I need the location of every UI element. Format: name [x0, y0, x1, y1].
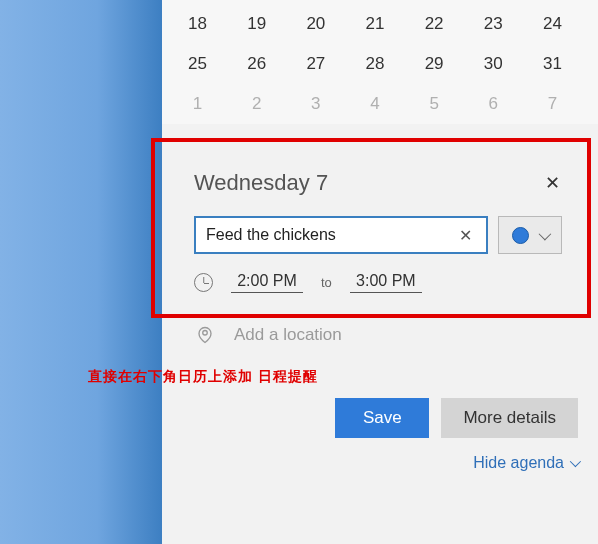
calendar-day-next-month[interactable]: 5 — [409, 94, 459, 114]
calendar-day-next-month[interactable]: 4 — [350, 94, 400, 114]
calendar-day-next-month[interactable]: 6 — [468, 94, 518, 114]
location-placeholder[interactable]: Add a location — [234, 325, 342, 345]
calendar-day[interactable]: 22 — [409, 14, 459, 34]
calendar-day-next-month[interactable]: 7 — [527, 94, 577, 114]
calendar-day-next-month[interactable]: 2 — [232, 94, 282, 114]
calendar-day[interactable]: 21 — [350, 14, 400, 34]
new-event-popup: Wednesday 7 ✕ ✕ 2:00 PM to 3:00 PM Add a… — [170, 152, 586, 355]
svg-point-0 — [203, 331, 208, 336]
button-row: Save More details — [335, 398, 578, 438]
calendar-day[interactable]: 28 — [350, 54, 400, 74]
calendar-day[interactable]: 26 — [232, 54, 282, 74]
popup-date-title: Wednesday 7 — [194, 170, 328, 196]
calendar-day[interactable]: 24 — [527, 14, 577, 34]
calendar-day[interactable]: 18 — [173, 14, 223, 34]
clear-input-icon[interactable]: ✕ — [453, 226, 478, 245]
clock-icon — [194, 273, 213, 292]
calendar-row: 18 19 20 21 22 23 24 — [162, 4, 598, 44]
calendar-day[interactable]: 23 — [468, 14, 518, 34]
start-time-picker[interactable]: 2:00 PM — [231, 272, 303, 293]
save-button[interactable]: Save — [335, 398, 429, 438]
calendar-day[interactable]: 31 — [527, 54, 577, 74]
event-name-field-wrap[interactable]: ✕ — [194, 216, 488, 254]
annotation-text: 直接在右下角日历上添加 日程提醒 — [88, 368, 318, 386]
hide-agenda-label: Hide agenda — [473, 454, 564, 472]
event-name-input[interactable] — [206, 226, 453, 244]
time-row: 2:00 PM to 3:00 PM — [194, 272, 562, 293]
location-icon — [196, 326, 214, 344]
color-dot-icon — [512, 227, 529, 244]
calendar-day[interactable]: 25 — [173, 54, 223, 74]
calendar-color-picker[interactable] — [498, 216, 562, 254]
calendar-row: 1 2 3 4 5 6 7 — [162, 84, 598, 124]
calendar-day[interactable]: 19 — [232, 14, 282, 34]
more-details-button[interactable]: More details — [441, 398, 578, 438]
close-icon[interactable]: ✕ — [542, 172, 562, 194]
calendar-day[interactable]: 20 — [291, 14, 341, 34]
calendar-row: 25 26 27 28 29 30 31 — [162, 44, 598, 84]
calendar-day[interactable]: 29 — [409, 54, 459, 74]
chevron-down-icon — [539, 227, 552, 240]
os-accent-band — [0, 0, 162, 544]
calendar-day[interactable]: 27 — [291, 54, 341, 74]
calendar-day-next-month[interactable]: 1 — [173, 94, 223, 114]
calendar-day[interactable]: 30 — [468, 54, 518, 74]
calendar-day-next-month[interactable]: 3 — [291, 94, 341, 114]
calendar-grid: 18 19 20 21 22 23 24 25 26 27 28 29 30 3… — [162, 0, 598, 124]
to-label: to — [321, 275, 332, 290]
chevron-down-icon — [570, 456, 581, 467]
hide-agenda-link[interactable]: Hide agenda — [473, 454, 578, 472]
location-row[interactable]: Add a location — [194, 319, 562, 345]
end-time-picker[interactable]: 3:00 PM — [350, 272, 422, 293]
